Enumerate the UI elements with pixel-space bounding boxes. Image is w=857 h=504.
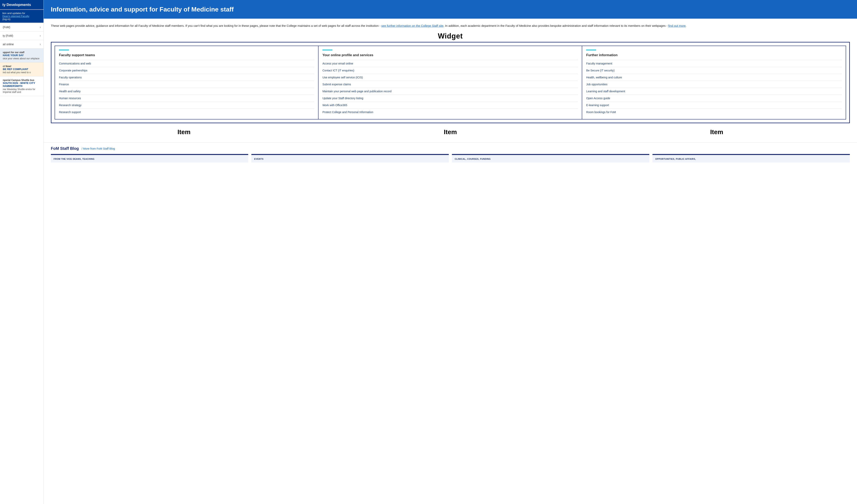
blog-more-link-text[interactable]: / More from FoM Staff Blog bbox=[82, 147, 115, 150]
link-communications: Communications and web bbox=[59, 62, 91, 65]
list-item[interactable]: Work with Office365 bbox=[322, 102, 578, 108]
list-item[interactable]: Use employee self service (ICIS) bbox=[322, 74, 578, 81]
sidebar-support-block: upport for our staff HAVE YOUR SAY oice … bbox=[0, 49, 44, 63]
list-item[interactable]: Faculty management bbox=[586, 60, 842, 67]
link-employee-self-service: Use employee self service (ICIS) bbox=[322, 76, 363, 79]
list-item[interactable]: Submit expense claims bbox=[322, 81, 578, 88]
list-item[interactable]: Communications and web bbox=[59, 60, 314, 67]
item-label-2: Item bbox=[317, 127, 583, 137]
list-item[interactable]: Human resources bbox=[59, 95, 314, 102]
sidebar-text-block: tion and updates for Dean's planned Facu… bbox=[0, 10, 44, 23]
sidebar-nav-fom[interactable]: (FoM) › bbox=[0, 23, 44, 32]
sidebar-nav-label-1: ty (FoM) bbox=[3, 34, 13, 37]
sidebar-support-big[interactable]: HAVE YOUR SAY bbox=[3, 54, 41, 57]
sidebar-nav-label-0: (FoM) bbox=[3, 25, 10, 29]
widget-col3-title: Further information bbox=[586, 53, 842, 57]
list-item[interactable]: Room bookings for FoM bbox=[586, 108, 842, 116]
blog-card-1: EVENTS bbox=[251, 154, 449, 162]
link-room-bookings: Room bookings for FoM bbox=[586, 110, 616, 114]
sidebar-nav-ty-fom[interactable]: ty (FoM) › bbox=[0, 32, 44, 40]
blog-more-link[interactable]: / More from FoM Staff Blog bbox=[82, 147, 115, 150]
list-item[interactable]: Maintain your personal web page and publ… bbox=[322, 88, 578, 95]
blog-card-category-2: CLINICAL, COURSES, FUNDING bbox=[455, 158, 646, 160]
widget-col3-list: Faculty management Be Secure (IT securit… bbox=[586, 60, 842, 116]
list-item[interactable]: Update your Staff directory listing bbox=[322, 95, 578, 102]
link-research-support: Research support bbox=[59, 110, 81, 114]
list-item[interactable]: Finance bbox=[59, 81, 314, 88]
link-open-access: Open Access guide bbox=[586, 97, 610, 100]
list-item[interactable]: Faculty operations bbox=[59, 74, 314, 81]
widget-grid: Faculty support teams Communications and… bbox=[55, 46, 846, 119]
find-out-more-link[interactable]: find out more bbox=[668, 24, 686, 28]
page-title: Information, advice and support for Facu… bbox=[51, 5, 850, 13]
link-corporate: Corporate partnerships bbox=[59, 69, 87, 72]
sidebar-nav-label-2: ail online bbox=[3, 43, 14, 46]
sidebar-title: ty Developments bbox=[2, 3, 31, 7]
item-label-1: Item bbox=[51, 127, 317, 137]
sidebar-alert-small: ct Now! bbox=[3, 65, 41, 68]
link-contact-ict: Contact ICT (IT enquiries) bbox=[322, 69, 354, 72]
widget-col-online-profile: Your online profile and services Access … bbox=[319, 46, 583, 119]
blog-card-0: FROM THE VICE DEANS, TEACHING bbox=[51, 154, 248, 162]
link-expense-claims: Submit expense claims bbox=[322, 83, 351, 86]
sidebar-shuttle-desc: ree Weekday Shuttle ervice for Imperial … bbox=[3, 88, 41, 93]
link-job-opportunities: Job opportunities bbox=[586, 83, 607, 86]
list-item[interactable]: Protect College and Personal Information bbox=[322, 108, 578, 116]
link-email-online: Access your email online bbox=[322, 62, 353, 65]
sidebar-nav-mail[interactable]: ail online › bbox=[0, 40, 44, 49]
list-item[interactable]: Research strategy bbox=[59, 102, 314, 108]
link-research-strategy: Research strategy bbox=[59, 104, 82, 107]
sidebar-login: (log-in) bbox=[2, 18, 10, 21]
sidebar-shuttle-big[interactable]: SOUTH KEN - WHITE CITY HAMMERSMITH bbox=[3, 82, 41, 87]
list-item[interactable]: Health and safety bbox=[59, 88, 314, 95]
sidebar-shuttle-block: nperial Campus Shuttle bus SOUTH KEN - W… bbox=[0, 76, 44, 96]
widget-label: Widget bbox=[51, 32, 850, 40]
list-item[interactable]: Health, wellbeing and culture bbox=[586, 74, 842, 81]
college-staff-link[interactable]: see further information on the College S… bbox=[381, 24, 443, 28]
link-be-secure: Be Secure (IT security) bbox=[586, 69, 615, 72]
item-label-3: Item bbox=[584, 127, 850, 137]
list-item[interactable]: Job opportunities bbox=[586, 81, 842, 88]
link-personal-webpage: Maintain your personal web page and publ… bbox=[322, 90, 391, 93]
blog-title: FoM Staff Blog bbox=[51, 146, 79, 151]
chevron-right-icon: › bbox=[40, 25, 41, 29]
link-finance: Finance bbox=[59, 83, 69, 86]
list-item[interactable]: E-learning support bbox=[586, 102, 842, 108]
chevron-right-icon: › bbox=[40, 34, 41, 37]
list-item[interactable]: Access your email online bbox=[322, 60, 578, 67]
content-area: These web pages provide advice, guidance… bbox=[44, 19, 857, 142]
intro-text-between: . In addition, each academic department … bbox=[443, 24, 668, 28]
widget-col-further-info: Further information Faculty management B… bbox=[582, 46, 846, 119]
widget-col1-title: Faculty support teams bbox=[59, 53, 314, 57]
link-protect-info: Protect College and Personal Information bbox=[322, 110, 373, 114]
link-health-wellbeing: Health, wellbeing and culture bbox=[586, 76, 622, 79]
hero-banner: Information, advice and support for Facu… bbox=[44, 0, 857, 19]
intro-text-after: . bbox=[686, 24, 686, 28]
sidebar-shuttle-title: nperial Campus Shuttle bus bbox=[3, 79, 41, 82]
link-office365: Work with Office365 bbox=[322, 104, 347, 107]
list-item[interactable]: Contact ICT (IT enquiries) bbox=[322, 67, 578, 74]
sidebar-support-desc: oice your views about our orkplace bbox=[3, 57, 41, 60]
sidebar-alert-big[interactable]: BE REF COMPLIANT bbox=[3, 68, 41, 71]
widget-col-faculty-support: Faculty support teams Communications and… bbox=[55, 46, 319, 119]
list-item[interactable]: Corporate partnerships bbox=[59, 67, 314, 74]
widget-container: Faculty support teams Communications and… bbox=[51, 42, 850, 123]
blog-card-2: CLINICAL, COURSES, FUNDING bbox=[452, 154, 649, 162]
blog-card-category-1: EVENTS bbox=[254, 158, 446, 160]
sidebar-header: ty Developments bbox=[0, 0, 44, 9]
sidebar-support-small: upport for our staff bbox=[3, 51, 41, 54]
sidebar-text-line1: tion and updates for bbox=[2, 12, 25, 15]
chevron-right-icon: › bbox=[40, 42, 41, 46]
link-health-safety: Health and safety bbox=[59, 90, 81, 93]
sidebar-dean-link[interactable]: Dean's planned Faculty bbox=[2, 15, 29, 18]
blog-header: FoM Staff Blog / More from FoM Staff Blo… bbox=[51, 146, 850, 151]
blog-cards: FROM THE VICE DEANS, TEACHING EVENTS CLI… bbox=[51, 154, 850, 162]
link-staff-directory: Update your Staff directory listing bbox=[322, 97, 363, 100]
list-item[interactable]: Open Access guide bbox=[586, 95, 842, 102]
main-content: Information, advice and support for Facu… bbox=[44, 0, 857, 504]
item-labels: Item Item Item bbox=[51, 127, 850, 137]
widget-accent-3 bbox=[586, 50, 596, 50]
list-item[interactable]: Research support bbox=[59, 108, 314, 116]
list-item[interactable]: Learning and staff development bbox=[586, 88, 842, 95]
list-item[interactable]: Be Secure (IT security) bbox=[586, 67, 842, 74]
